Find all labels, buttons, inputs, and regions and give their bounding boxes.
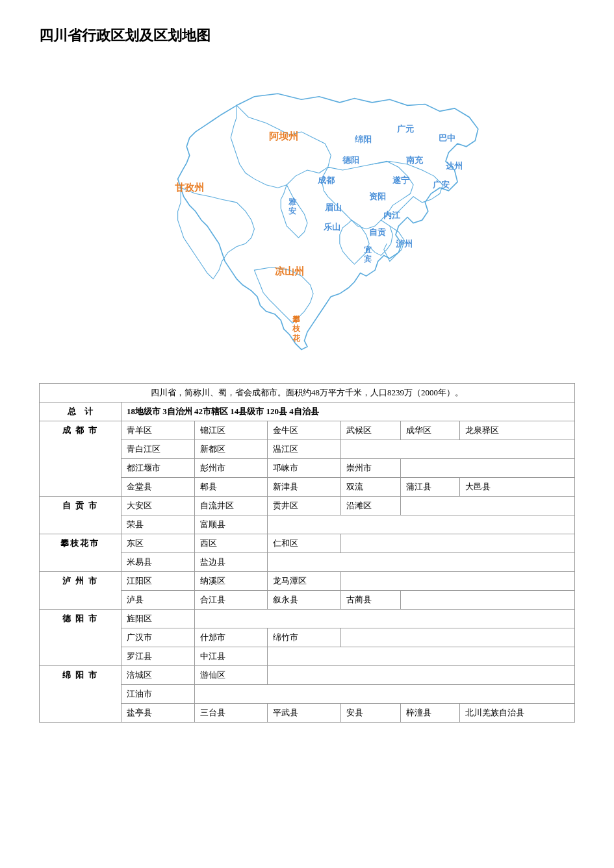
chengdu-row: 成 都 市 青羊区 锦江区 金牛区 武候区 成华区 龙泉驿区 (40, 421, 575, 440)
total-value: 18地级市 3自治州 42市辖区 14县级市 120县 4自治县 (121, 403, 574, 421)
panzhihua-row: 攀枝花市 东区 西区 仁和区 (40, 534, 575, 553)
label-liangshan: 凉山州 (275, 266, 304, 277)
label-guangan: 广安 (432, 180, 450, 190)
label-yibin: 宜 (364, 245, 372, 254)
chengdu-d4: 武候区 (341, 421, 401, 440)
label-ziyang: 资阳 (369, 192, 386, 201)
label-meishan: 眉山 (324, 203, 342, 212)
label-dazhou: 达州 (445, 161, 462, 171)
label-bazhong: 巴中 (439, 133, 455, 143)
label-deyang: 德阳 (342, 156, 359, 165)
description-row: 四川省，简称川、蜀，省会成都市。面积约48万平方千米，人口8239万（2000年… (40, 384, 575, 403)
total-label: 总 计 (40, 403, 122, 421)
mianyang-city: 绵 阳 市 (40, 666, 122, 723)
label-neijiang: 内江 (383, 210, 400, 220)
label-ganzi: 甘孜州 (175, 182, 204, 193)
zigong-row: 自 贡 市 大安区 自流井区 贡井区 沿滩区 (40, 497, 575, 515)
label-panzhihua: 攀 (292, 315, 301, 323)
map-container: 阿坝州 甘孜州 凉山州 攀 枝 花 绵阳 广元 巴中 德阳 成都 南充 达州 遂… (39, 58, 575, 370)
deyang-city: 德 阳 市 (40, 610, 122, 666)
sichuan-map: 阿坝州 甘孜州 凉山州 攀 枝 花 绵阳 广元 巴中 德阳 成都 南充 达州 遂… (119, 58, 496, 370)
deyang-row: 德 阳 市 旌阳区 (40, 610, 575, 628)
zigong-city: 自 贡 市 (40, 497, 122, 534)
chengdu-d2: 锦江区 (194, 421, 268, 440)
svg-text:安: 安 (288, 206, 296, 215)
chengdu-d3: 金牛区 (268, 421, 341, 440)
description-text: 四川省，简称川、蜀，省会成都市。面积约48万平方千米，人口8239万（2000年… (40, 384, 575, 403)
panzhihua-city: 攀枝花市 (40, 534, 122, 572)
chengdu-d1: 青羊区 (121, 421, 194, 440)
label-mianyang: 绵阳 (354, 134, 371, 144)
chengdu-d6: 龙泉驿区 (460, 421, 575, 440)
label-aba: 阿坝州 (269, 131, 298, 142)
luzhou-city: 泸 州 市 (40, 572, 122, 610)
label-nanchong: 南充 (406, 155, 424, 165)
chengdu-d5: 成华区 (400, 421, 460, 440)
chengdu-city: 成 都 市 (40, 421, 122, 497)
label-chengdu: 成都 (317, 175, 335, 185)
total-row: 总 计 18地级市 3自治州 42市辖区 14县级市 120县 4自治县 (40, 403, 575, 421)
label-luzhou: 泸州 (395, 239, 412, 249)
luzhou-row: 泸 州 市 江阳区 纳溪区 龙马潭区 (40, 572, 575, 591)
svg-text:花: 花 (292, 334, 301, 342)
label-leshan: 乐山 (324, 222, 340, 232)
page-title: 四川省行政区划及区划地图 (39, 26, 575, 45)
mianyang-row: 绵 阳 市 涪城区 游仙区 (40, 666, 575, 685)
label-yaan: 雅 (288, 197, 297, 206)
label-zigong: 自贡 (369, 227, 386, 237)
label-guangyuan: 广元 (396, 124, 413, 134)
admin-table: 四川省，简称川、蜀，省会成都市。面积约48万平方千米，人口8239万（2000年… (39, 383, 575, 723)
label-suining: 遂宁 (392, 175, 409, 185)
svg-text:宾: 宾 (364, 254, 372, 263)
svg-text:枝: 枝 (292, 324, 301, 332)
